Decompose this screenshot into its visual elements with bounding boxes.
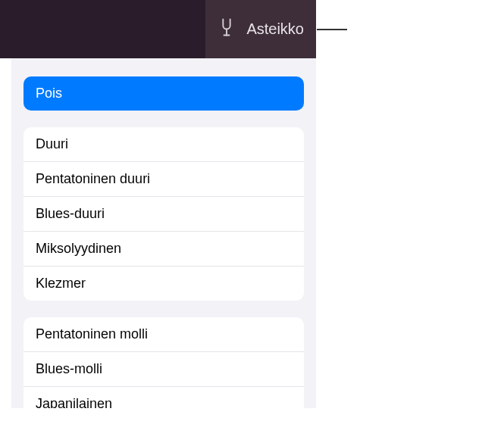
scale-panel: Pois Duuri Pentatoninen duuri Blues-duur… [11,58,316,408]
scale-item-label: Pentatoninen duuri [36,171,150,186]
scale-item-label: Pentatoninen molli [36,326,148,341]
scale-item-label: Japanilainen [36,396,112,408]
scale-item-label: Duuri [36,136,68,151]
scale-group-major: Duuri Pentatoninen duuri Blues-duuri Mik… [23,127,304,301]
scale-group-off: Pois [23,76,304,111]
scale-item-pentatonic-minor[interactable]: Pentatoninen molli [23,317,304,352]
scale-item-label: Klezmer [36,276,86,291]
callout-line [317,29,347,30]
tuning-fork-icon [216,17,237,42]
scale-item-major[interactable]: Duuri [23,127,304,162]
scale-item-label: Blues-duuri [36,206,105,221]
scale-button-label: Asteikko [246,20,304,38]
scale-item-label: Blues-molli [36,361,102,376]
scale-item-blues-major[interactable]: Blues-duuri [23,197,304,232]
scale-item-mixolydian[interactable]: Miksolyydinen [23,232,304,267]
scale-item-pentatonic-major[interactable]: Pentatoninen duuri [23,162,304,197]
scale-item-blues-minor[interactable]: Blues-molli [23,352,304,387]
scale-group-minor: Pentatoninen molli Blues-molli Japanilai… [23,317,304,408]
scale-button[interactable]: Asteikko [205,0,316,58]
scale-item-label: Pois [36,86,62,101]
scale-item-klezmer[interactable]: Klezmer [23,267,304,301]
scale-item-label: Miksolyydinen [36,241,121,256]
scale-item-off[interactable]: Pois [23,76,304,111]
top-toolbar: Asteikko [0,0,316,58]
scale-item-japanese[interactable]: Japanilainen [23,387,304,408]
